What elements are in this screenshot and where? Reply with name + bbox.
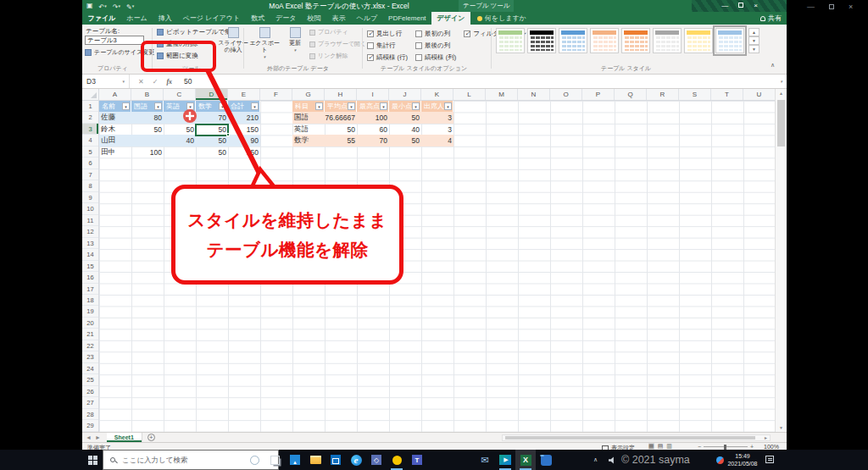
speaker-icon[interactable] [609,456,616,464]
table-header-cell[interactable]: 最小点▾ [389,101,421,112]
column-header[interactable]: C [164,89,196,100]
row-header[interactable]: 15 [82,261,98,272]
gallery-up-icon[interactable]: ▲ [748,28,760,36]
search-input[interactable] [120,455,256,465]
resize-table-button[interactable]: テーブルのサイズ変更 [85,48,154,57]
scroll-right-icon[interactable]: ► [764,435,768,440]
filter-icon[interactable]: ▾ [315,102,323,110]
vertical-scroll-thumb[interactable] [777,100,785,147]
cell[interactable]: 150 [228,147,260,158]
column-header[interactable]: P [582,89,615,100]
column-header[interactable]: N [518,89,550,100]
filter-icon[interactable]: ▾ [380,102,387,110]
filter-icon[interactable]: ▾ [219,102,226,110]
qat-customize-icon[interactable]: ✎▾ [126,1,134,13]
ribbon-small-button[interactable]: プロパティ [309,28,366,36]
column-header[interactable]: G [292,89,325,100]
row-header[interactable]: 13 [82,238,98,249]
row-header[interactable]: 16 [82,272,98,283]
table-header-cell[interactable]: 合計▾ [228,101,260,112]
filter-icon[interactable]: ▾ [186,102,194,110]
cell[interactable]: 50 [325,124,357,135]
enter-icon[interactable]: ✓ [153,78,159,86]
redo-icon[interactable]: ↷▾ [113,1,120,13]
insert-function-icon[interactable]: fx [166,78,172,86]
collapse-ribbon-icon[interactable]: ∧ [771,62,775,69]
task-view-icon[interactable] [264,450,285,470]
cell[interactable]: 80 [131,112,164,123]
column-header[interactable]: E [228,89,260,100]
tell-me-box[interactable]: 何をしますか [477,12,526,25]
ribbon-tab[interactable]: ファイル [82,12,121,25]
row-header[interactable]: 20 [82,318,98,329]
fill-handle[interactable] [226,133,230,136]
formula-input[interactable]: 50 [184,77,192,86]
vertical-scrollbar[interactable]: ▲ ▼ [775,89,787,432]
cell[interactable]: 70 [196,112,228,123]
sheet-nav-icons[interactable]: ◄► [86,434,104,440]
table-style-swatch[interactable] [715,28,744,53]
cell[interactable]: 40 [389,124,421,135]
row-header[interactable]: 17 [82,284,98,295]
column-header[interactable]: D [196,89,228,100]
column-header[interactable]: U [743,89,776,100]
cell[interactable]: 90 [228,135,260,146]
cell[interactable]: 山田 [99,135,131,146]
table-header-cell[interactable]: 国語▾ [131,101,164,112]
undo-icon[interactable]: ↶▾ [99,1,107,13]
name-box-dropdown-icon[interactable]: ▾ [122,79,125,84]
row-header[interactable]: 23 [82,351,98,362]
maximize-button[interactable] [738,3,743,8]
cell[interactable]: 50 [196,135,228,146]
cell[interactable]: 50 [389,135,421,146]
column-header[interactable]: L [453,89,486,100]
table-style-swatch[interactable] [496,28,525,53]
row-header[interactable]: 1 [82,101,98,112]
cell[interactable] [131,135,164,146]
cell[interactable]: 40 [164,135,196,146]
table-style-swatch[interactable] [653,28,682,53]
zoom-slider-thumb[interactable] [724,445,726,450]
cell[interactable]: 100 [357,112,389,123]
media-player-icon[interactable] [495,450,515,470]
cell[interactable]: 佐藤 [99,112,131,123]
row-header[interactable]: 24 [82,363,98,374]
cell[interactable]: 55 [325,135,357,146]
cell[interactable]: 150 [228,124,260,135]
column-header[interactable]: T [711,89,743,100]
row-header[interactable]: 2 [82,112,98,123]
table-header-cell[interactable]: 平均点▾ [325,101,357,112]
ribbon-tab[interactable]: ページ レイアウト [177,12,246,25]
filter-icon[interactable]: ▾ [348,102,355,110]
store-icon[interactable] [326,450,346,470]
cell[interactable]: 国語 [292,112,325,123]
row-header[interactable]: 10 [82,203,98,214]
cell[interactable]: 4 [421,135,453,146]
style-option-checkbox[interactable]: 集計行 [367,41,408,50]
row-header[interactable]: 6 [82,158,98,169]
name-box[interactable]: D3▾ [82,75,130,88]
normal-view-icon[interactable]: ▦ [648,443,654,450]
row-header[interactable]: 7 [82,169,98,180]
table-header-cell[interactable]: 出席人数▾ [421,101,453,112]
column-header[interactable]: B [131,89,164,100]
formula-bar-expand-icon[interactable]: ▾ [780,79,782,84]
column-header[interactable]: Q [615,89,647,100]
selected-cell[interactable] [195,124,229,136]
select-all-corner[interactable] [82,89,99,100]
row-header[interactable]: 21 [82,329,98,340]
cell[interactable]: 210 [228,112,260,123]
row-header[interactable]: 27 [82,397,98,408]
style-option-checkbox[interactable]: 最後の列 [415,41,456,50]
style-option-checkbox[interactable]: 縞模様 (行) [367,53,408,62]
ribbon-tab[interactable]: 挿入 [153,12,177,25]
style-option-checkbox[interactable]: 見出し行 [367,30,408,38]
ribbon-tab[interactable]: PDFelement [383,12,431,25]
style-option-checkbox[interactable]: 縞模様 (列) [415,53,456,62]
row-header[interactable]: 25 [82,374,98,385]
mail-icon[interactable] [475,450,495,470]
horizontal-scrollbar[interactable]: ► [502,434,771,441]
export-button[interactable]: エクスポート▾ [248,27,281,60]
filter-icon[interactable]: ▾ [154,102,162,110]
scroll-up-icon[interactable]: ▲ [776,89,787,97]
